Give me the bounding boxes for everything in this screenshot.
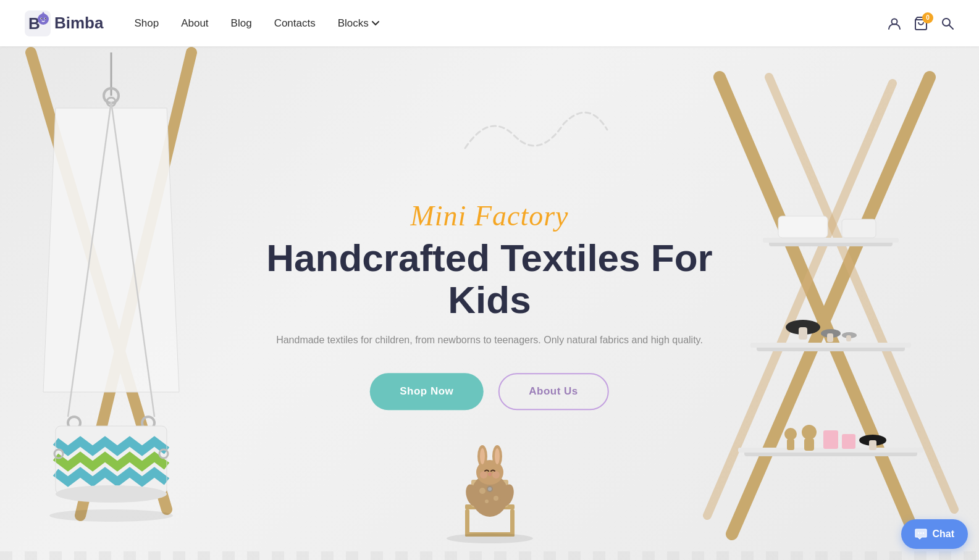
nav-blog[interactable]: Blog	[231, 17, 252, 30]
svg-point-53	[494, 496, 498, 501]
svg-rect-31	[827, 333, 833, 342]
squiggle-decoration	[453, 99, 613, 175]
shop-now-button[interactable]: Shop Now	[370, 373, 483, 410]
search-icon-button[interactable]	[941, 17, 954, 30]
svg-rect-33	[846, 335, 851, 341]
user-icon-button[interactable]	[888, 17, 901, 30]
svg-point-76	[45, 18, 46, 19]
cart-badge: 0	[922, 12, 933, 23]
svg-point-61	[480, 471, 487, 479]
svg-point-79	[943, 19, 950, 26]
svg-line-17	[720, 77, 917, 540]
bottom-wave	[0, 551, 979, 560]
brand-name: Bimba	[54, 14, 103, 33]
svg-point-81	[918, 532, 919, 533]
svg-rect-38	[823, 430, 838, 449]
svg-rect-29	[799, 327, 807, 340]
svg-rect-24	[750, 343, 911, 348]
nav-blocks-dropdown[interactable]: Blocks	[338, 17, 379, 30]
svg-point-34	[784, 428, 797, 440]
svg-line-18	[732, 77, 930, 534]
svg-point-54	[485, 499, 489, 503]
svg-rect-22	[763, 238, 899, 243]
nav-links: Shop About Blog Contacts Blocks	[134, 17, 888, 30]
search-icon	[941, 17, 954, 30]
svg-point-52	[479, 488, 485, 494]
svg-point-75	[41, 18, 43, 19]
logo[interactable]: B Bimba	[25, 10, 103, 36]
svg-point-60	[488, 472, 492, 476]
svg-line-19	[769, 77, 954, 509]
chat-icon	[915, 528, 927, 540]
svg-point-14	[49, 509, 173, 522]
svg-rect-37	[804, 438, 814, 451]
hero-buttons: Shop Now About Us	[245, 373, 734, 410]
svg-rect-41	[869, 440, 876, 450]
cart-icon-button[interactable]: 0	[914, 16, 928, 31]
user-icon	[888, 17, 901, 30]
svg-point-82	[920, 532, 922, 533]
nav-about[interactable]: About	[181, 17, 208, 30]
svg-point-13	[56, 485, 167, 503]
nav-icons: 0	[888, 16, 954, 31]
svg-rect-27	[778, 216, 828, 238]
navbar: B Bimba Shop About Blog Contacts Blocks	[0, 0, 979, 46]
left-decoration	[0, 46, 259, 560]
svg-rect-35	[787, 439, 794, 450]
svg-point-62	[492, 471, 500, 479]
chat-label: Chat	[932, 529, 954, 540]
chevron-down-icon	[372, 21, 379, 26]
svg-point-83	[923, 532, 924, 533]
bunny-decoration	[397, 437, 582, 560]
svg-rect-45	[465, 509, 469, 537]
svg-rect-42	[842, 219, 876, 238]
nav-contacts[interactable]: Contacts	[274, 17, 316, 30]
hero-subtitle: Handmade textiles for children, from new…	[245, 335, 734, 346]
svg-point-64	[488, 487, 492, 491]
svg-point-59	[495, 448, 500, 464]
svg-point-72	[38, 14, 49, 25]
svg-line-80	[949, 25, 953, 29]
hero-content: Mini Factory Handcrafted Textiles For Ki…	[245, 199, 734, 410]
hero-main-title: Handcrafted Textiles For Kids	[245, 237, 734, 321]
svg-rect-39	[842, 434, 855, 449]
svg-point-58	[480, 448, 485, 464]
nav-shop[interactable]: Shop	[134, 17, 159, 30]
chat-button[interactable]: Chat	[901, 519, 968, 549]
svg-marker-5	[43, 108, 179, 392]
svg-rect-46	[510, 509, 515, 537]
hero-mini-title: Mini Factory	[245, 199, 734, 232]
about-us-button[interactable]: About Us	[498, 373, 609, 410]
svg-point-36	[802, 425, 817, 440]
logo-icon: B	[25, 10, 51, 36]
svg-point-67	[447, 533, 533, 543]
